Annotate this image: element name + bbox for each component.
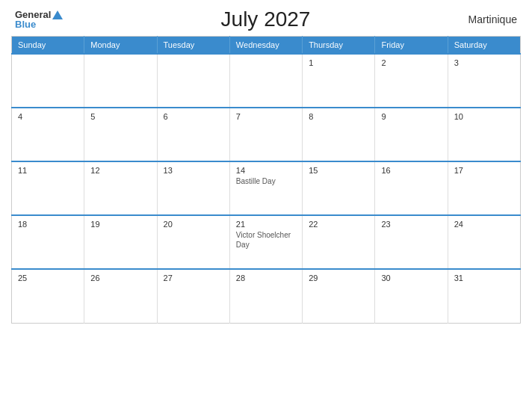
day-number: 2	[381, 58, 441, 67]
calendar-cell: 10	[448, 108, 520, 161]
day-number: 14	[236, 166, 296, 175]
day-header-sunday: Sunday	[12, 37, 84, 55]
logo-blue-text: Blue	[15, 19, 36, 29]
calendar-cell: 8	[303, 108, 375, 161]
calendar-cell: 31	[448, 269, 520, 323]
day-number: 30	[381, 274, 441, 282]
day-number: 15	[309, 166, 368, 175]
day-number: 9	[381, 112, 441, 121]
day-header-thursday: Thursday	[303, 37, 375, 55]
calendar-cell: 17	[448, 161, 520, 215]
calendar-cell: 5	[84, 108, 157, 161]
calendar-cell: 4	[12, 108, 84, 161]
day-number: 19	[90, 220, 150, 229]
day-number: 31	[454, 274, 514, 282]
calendar-cell: 7	[229, 108, 302, 161]
calendar-header-row: SundayMondayTuesdayWednesdayThursdayFrid…	[12, 37, 521, 55]
calendar-cell: 22	[303, 215, 375, 269]
calendar-cell: 12	[84, 161, 157, 215]
calendar-cell: 20	[157, 215, 229, 269]
calendar-cell: 14Bastille Day	[229, 161, 302, 215]
day-number: 20	[164, 220, 223, 229]
day-header-tuesday: Tuesday	[157, 37, 229, 55]
calendar-cell: 27	[157, 269, 229, 323]
day-number: 18	[18, 220, 78, 229]
day-number: 10	[454, 112, 514, 121]
week-row-2: 45678910	[12, 108, 521, 161]
calendar-cell: 23	[375, 215, 448, 269]
day-number: 28	[236, 274, 296, 282]
days-header: SundayMondayTuesdayWednesdayThursdayFrid…	[12, 37, 521, 55]
calendar-cell: 25	[12, 269, 84, 323]
calendar-header: General Blue July 2027 Martinique	[11, 7, 521, 31]
day-number: 17	[454, 166, 514, 175]
week-row-1: 123	[12, 54, 521, 108]
calendar-cell: 19	[84, 215, 157, 269]
calendar-cell: 6	[157, 108, 229, 161]
calendar-cell	[12, 54, 84, 108]
day-number: 29	[309, 274, 368, 282]
week-row-4: 18192021Victor Shoelcher Day222324	[12, 215, 521, 269]
calendar-cell: 30	[375, 269, 448, 323]
week-row-3: 11121314Bastille Day151617	[12, 161, 521, 215]
calendar-cell: 29	[303, 269, 375, 323]
calendar-cell: 26	[84, 269, 157, 323]
calendar-cell: 16	[375, 161, 448, 215]
day-number: 4	[18, 112, 78, 121]
calendar-cell: 28	[229, 269, 302, 323]
calendar-cell: 3	[448, 54, 520, 108]
calendar-cell: 18	[12, 215, 84, 269]
day-number: 7	[236, 112, 296, 121]
calendar-cell: 21Victor Shoelcher Day	[229, 215, 302, 269]
calendar-cell: 2	[375, 54, 448, 108]
day-number: 11	[18, 166, 78, 175]
day-number: 16	[381, 166, 441, 175]
day-number: 22	[309, 220, 368, 229]
day-number: 8	[309, 112, 368, 121]
day-header-monday: Monday	[84, 37, 157, 55]
calendar-table: SundayMondayTuesdayWednesdayThursdayFrid…	[11, 36, 521, 324]
day-number: 23	[381, 220, 441, 229]
calendar-cell: 9	[375, 108, 448, 161]
calendar-body: 1234567891011121314Bastille Day151617181…	[12, 54, 521, 323]
calendar-cell: 15	[303, 161, 375, 215]
day-number: 24	[454, 220, 514, 229]
calendar-title: July 2027	[221, 7, 311, 31]
day-number: 1	[309, 58, 368, 67]
calendar-cell	[157, 54, 229, 108]
week-row-5: 25262728293031	[12, 269, 521, 323]
holiday-label: Victor Shoelcher Day	[236, 230, 296, 250]
day-number: 26	[90, 274, 150, 282]
day-header-friday: Friday	[375, 37, 448, 55]
calendar-cell: 13	[157, 161, 229, 215]
calendar-cell	[84, 54, 157, 108]
day-number: 3	[454, 58, 514, 67]
day-header-saturday: Saturday	[448, 37, 520, 55]
day-number: 6	[164, 112, 223, 121]
day-number: 21	[236, 220, 296, 229]
day-number: 27	[164, 274, 223, 282]
day-number: 12	[90, 166, 150, 175]
calendar-cell: 24	[448, 215, 520, 269]
day-number: 13	[164, 166, 223, 175]
calendar-cell: 11	[12, 161, 84, 215]
holiday-label: Bastille Day	[236, 176, 296, 186]
day-number: 25	[18, 274, 78, 282]
region-label: Martinique	[468, 13, 517, 25]
calendar-cell	[229, 54, 302, 108]
day-header-wednesday: Wednesday	[229, 37, 302, 55]
calendar-cell: 1	[303, 54, 375, 108]
logo-triangle-icon	[52, 10, 63, 19]
day-number: 5	[90, 112, 150, 121]
logo: General Blue	[15, 10, 63, 29]
